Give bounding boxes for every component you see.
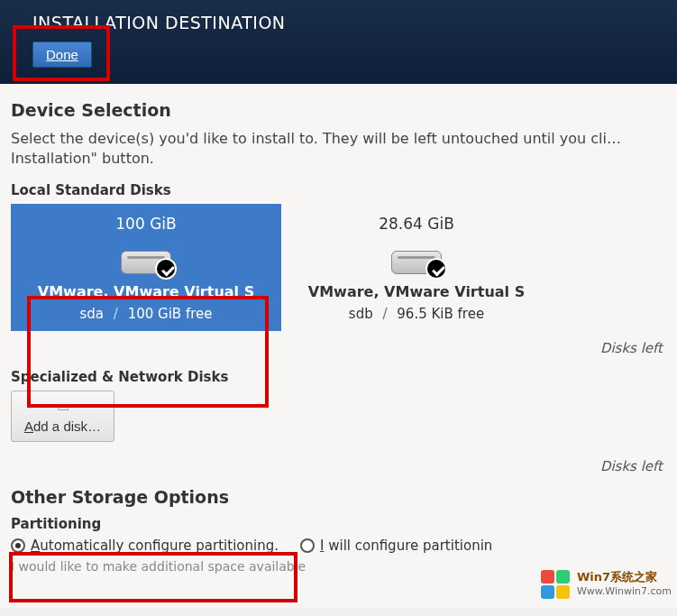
local-disks-label: Local Standard Disks <box>11 182 666 198</box>
other-storage-section: Other Storage Options Partitioning Autom… <box>11 487 666 574</box>
cutoff-additional-space: I would like to make additional space av… <box>11 559 666 574</box>
done-button-label: Done <box>46 47 78 62</box>
device-selection-heading: Device Selection <box>11 100 666 120</box>
disk-size: 100 GiB <box>18 215 274 233</box>
page-title: INSTALLATION DESTINATION <box>32 13 655 32</box>
radio-dot-icon <box>11 538 25 553</box>
other-storage-heading: Other Storage Options <box>11 487 666 507</box>
disk-name: VMware, VMware Virtual S <box>18 283 274 300</box>
specialized-disks-label: Specialized & Network Disks <box>11 369 666 385</box>
disks-left-note: Disks left <box>11 340 663 356</box>
add-disk-button[interactable]: ▭ Add a disk… <box>11 391 114 442</box>
radio-manual-partitioning[interactable]: I will configure partitionin <box>300 538 492 554</box>
windows-logo-icon <box>541 570 572 597</box>
add-disk-label-rest: dd a disk… <box>33 418 101 434</box>
disk-free: 100 GiB free <box>128 306 213 322</box>
header-bar: INSTALLATION DESTINATION Done <box>0 0 677 84</box>
harddrive-icon <box>121 240 171 274</box>
content-area: Device Selection Select the device(s) yo… <box>0 84 677 608</box>
disk-id: sdb <box>349 306 373 322</box>
disk-size: 28.64 GiB <box>288 215 544 233</box>
done-button[interactable]: Done <box>32 41 92 68</box>
radio-auto-partitioning[interactable]: Automatically configure partitioning. <box>11 538 279 554</box>
disk-free: 96.5 KiB free <box>397 306 484 322</box>
device-selection-instruction: Select the device(s) you'd like to insta… <box>11 129 666 170</box>
disk-sda[interactable]: 100 GiB VMware, VMware Virtual S sda / 1… <box>11 204 281 331</box>
radio-dot-icon <box>300 538 315 553</box>
disks-left-note-2: Disks left <box>11 458 663 474</box>
check-icon <box>425 258 447 280</box>
watermark-line2: Www.Winwin7.com <box>577 585 672 597</box>
disk-sdb[interactable]: 28.64 GiB VMware, VMware Virtual S sdb /… <box>281 204 552 331</box>
check-icon <box>155 258 177 280</box>
radio-auto-label-rest: utomatically configure partitioning. <box>40 538 279 554</box>
disk-id: sda <box>80 306 105 322</box>
partitioning-options: Automatically configure partitioning. I … <box>11 538 666 554</box>
disk-name: VMware, VMware Virtual S <box>288 283 544 300</box>
partitioning-label: Partitioning <box>11 516 666 532</box>
local-disks-row: 100 GiB VMware, VMware Virtual S sda / 1… <box>11 204 666 331</box>
harddrive-icon <box>391 240 442 274</box>
disk-free-line: sda / 100 GiB free <box>18 306 274 322</box>
disk-placeholder-icon: ▭ <box>24 399 101 415</box>
radio-manual-label-rest: will configure partitionin <box>324 538 492 554</box>
disk-free-line: sdb / 96.5 KiB free <box>288 306 544 322</box>
